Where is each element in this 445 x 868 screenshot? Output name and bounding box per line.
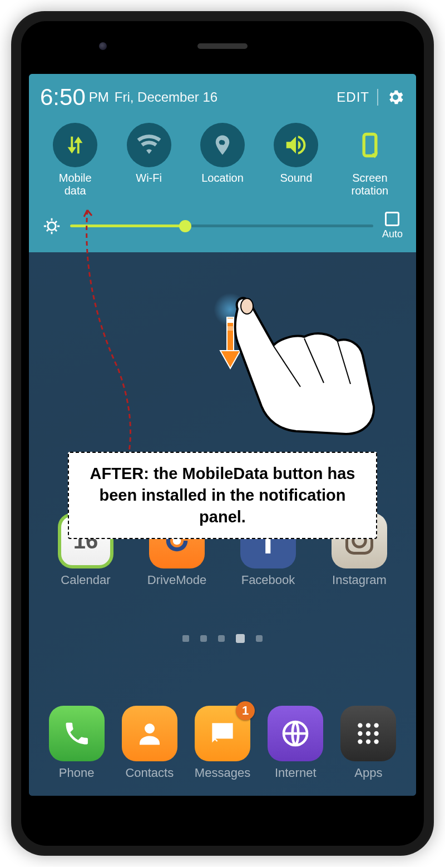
home-dot[interactable] (182, 635, 189, 642)
toggle-wifi[interactable]: Wi-Fi (113, 123, 184, 197)
svg-point-6 (358, 723, 363, 727)
internet-icon (280, 718, 311, 749)
app-phone[interactable]: Phone (40, 706, 113, 780)
svg-point-11 (374, 731, 379, 736)
toggle-label: Sound (280, 172, 313, 184)
screen: 16 Calendar DriveMode f Facebook (29, 74, 416, 796)
contacts-icon (135, 719, 165, 749)
location-icon (211, 133, 234, 157)
toggle-location[interactable]: Location (187, 123, 258, 197)
hand-icon (207, 290, 385, 445)
front-camera (99, 42, 107, 50)
clock-time: 6:50 (40, 84, 86, 111)
app-label: Messages (195, 766, 250, 780)
notification-panel[interactable]: 6:50 PM Fri, December 16 EDIT Mobile dat… (29, 74, 416, 252)
badge: 1 (236, 701, 255, 720)
phone-frame: 16 Calendar DriveMode f Facebook (11, 11, 434, 856)
mobile-data-icon (62, 132, 88, 158)
svg-point-20 (241, 298, 253, 314)
page-dot[interactable] (218, 635, 225, 642)
page-dot[interactable] (256, 635, 263, 642)
phone-icon (62, 719, 91, 748)
annotation-callout: AFTER: the MobileData button has been in… (68, 452, 377, 539)
toggle-label: Wi-Fi (136, 172, 162, 184)
svg-point-12 (358, 739, 363, 744)
svg-rect-15 (364, 134, 376, 156)
sound-icon (283, 132, 309, 158)
page-dot-active[interactable] (236, 634, 245, 643)
brightness-row: Auto (40, 209, 405, 245)
quick-toggles: Mobile data Wi-Fi Location (40, 123, 405, 197)
svg-point-13 (366, 739, 370, 744)
brightness-slider[interactable] (70, 225, 373, 227)
edit-button[interactable]: EDIT (337, 89, 369, 105)
page-indicator (29, 635, 416, 643)
app-label: Contacts (125, 766, 174, 780)
rotation-icon (355, 131, 384, 159)
wifi-icon (136, 132, 162, 158)
svg-rect-17 (227, 317, 234, 351)
app-label: Facebook (241, 573, 295, 587)
auto-brightness[interactable]: Auto (382, 212, 403, 240)
dock: Phone Contacts 1 Messages (29, 706, 416, 780)
svg-point-8 (374, 723, 379, 727)
touch-glow (214, 293, 247, 326)
svg-point-4 (145, 724, 155, 734)
checkbox[interactable] (385, 212, 399, 226)
app-label: Internet (275, 766, 317, 780)
slider-fill (70, 225, 185, 227)
phone-bezel: 16 Calendar DriveMode f Facebook (21, 21, 424, 846)
app-apps[interactable]: Apps (332, 706, 405, 780)
app-label: Phone (59, 766, 95, 780)
svg-point-9 (358, 731, 363, 736)
app-contacts[interactable]: Contacts (113, 706, 186, 780)
svg-rect-19 (227, 326, 234, 331)
apps-icon (354, 720, 382, 747)
clock-ampm: PM (89, 89, 109, 105)
gear-icon[interactable] (386, 88, 405, 107)
brightness-icon (42, 217, 61, 236)
app-label: Instagram (332, 573, 387, 587)
divider (377, 89, 378, 106)
toggle-label: Screen rotation (351, 172, 388, 197)
app-label: Calendar (61, 573, 110, 587)
svg-point-10 (366, 731, 370, 736)
messages-icon (207, 718, 238, 749)
clock-date: Fri, December 16 (115, 89, 217, 105)
app-label: Apps (354, 766, 382, 780)
app-label: DriveMode (147, 573, 206, 587)
svg-point-14 (374, 739, 379, 744)
slider-thumb[interactable] (179, 220, 191, 232)
page-dot[interactable] (200, 635, 207, 642)
app-messages[interactable]: 1 Messages (186, 706, 259, 780)
toggle-mobile-data[interactable]: Mobile data (40, 123, 110, 197)
app-internet[interactable]: Internet (259, 706, 332, 780)
toggle-sound[interactable]: Sound (261, 123, 331, 197)
toggle-label: Location (201, 172, 244, 184)
toggle-label: Mobile data (59, 172, 92, 197)
toggle-rotation[interactable]: Screen rotation (335, 123, 405, 197)
svg-point-16 (48, 222, 56, 230)
svg-rect-18 (227, 318, 234, 323)
speaker-grille (197, 43, 248, 49)
svg-point-7 (366, 723, 370, 727)
panel-header: 6:50 PM Fri, December 16 EDIT (40, 84, 405, 111)
auto-label: Auto (382, 228, 403, 240)
swipe-down-arrow (217, 313, 244, 374)
